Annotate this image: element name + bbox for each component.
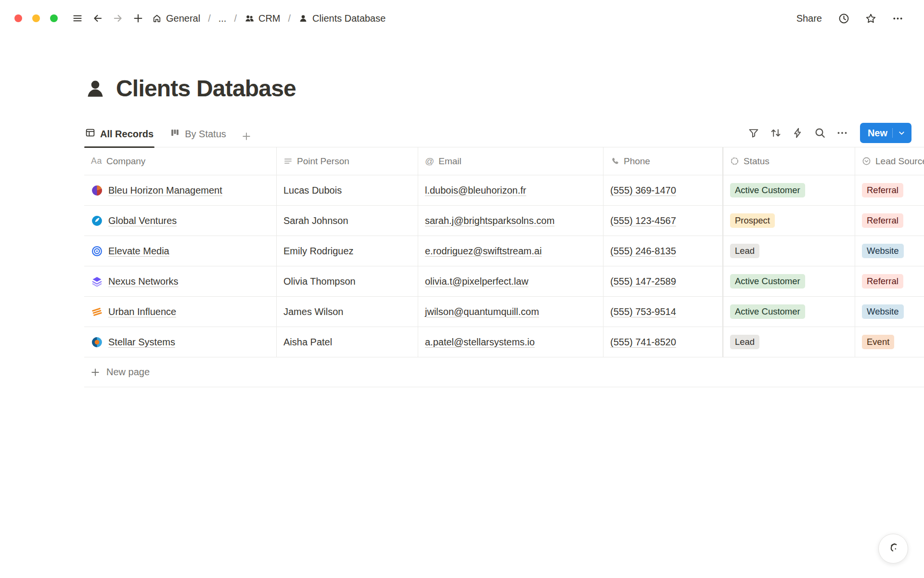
- filter-icon[interactable]: [744, 125, 763, 141]
- phone-cell[interactable]: (555) 369-1470: [603, 175, 723, 206]
- status-badge[interactable]: Active Customer: [730, 304, 805, 319]
- email-cell[interactable]: olivia.t@pixelperfect.law: [418, 266, 603, 297]
- column-header-status[interactable]: Status: [723, 147, 855, 175]
- breadcrumb-item-ellipsis[interactable]: ...: [217, 11, 229, 26]
- company-name-link[interactable]: Bleu Horizon Management: [108, 185, 222, 196]
- lead-source-badge[interactable]: Website: [862, 304, 904, 319]
- search-icon[interactable]: [811, 125, 829, 141]
- company-cell[interactable]: Nexus Networks: [84, 266, 277, 297]
- email-link[interactable]: e.rodriguez@swiftstream.ai: [425, 246, 542, 257]
- point-person-cell[interactable]: Olivia Thompson: [277, 266, 418, 297]
- status-badge[interactable]: Active Customer: [730, 183, 805, 197]
- status-cell[interactable]: Lead: [723, 236, 855, 266]
- tab-by-status[interactable]: By Status: [169, 128, 227, 147]
- point-person-cell[interactable]: James Wilson: [277, 297, 418, 327]
- page-title[interactable]: Clients Database: [116, 75, 296, 102]
- table-row[interactable]: Elevate Media Emily Rodriguez e.rodrigue…: [84, 236, 924, 266]
- share-button[interactable]: Share: [792, 10, 827, 27]
- breadcrumb-item-clients-database[interactable]: Clients Database: [296, 11, 387, 26]
- status-badge[interactable]: Lead: [730, 244, 759, 258]
- zoom-window-button[interactable]: [50, 14, 58, 22]
- phone-link[interactable]: (555) 123-4567: [610, 215, 676, 226]
- phone-cell[interactable]: (555) 741-8520: [603, 327, 723, 357]
- back-icon[interactable]: [88, 8, 108, 28]
- breadcrumb-item-crm[interactable]: CRM: [243, 11, 282, 26]
- column-header-phone[interactable]: Phone: [603, 147, 723, 175]
- email-link[interactable]: a.patel@stellarsystems.io: [425, 337, 535, 348]
- company-cell[interactable]: Bleu Horizon Management: [84, 175, 277, 206]
- point-person-cell[interactable]: Sarah Johnson: [277, 206, 418, 236]
- sort-icon[interactable]: [767, 125, 785, 141]
- more-icon[interactable]: [833, 125, 851, 141]
- favorite-star-icon[interactable]: [860, 8, 881, 28]
- lead-source-badge[interactable]: Referral: [862, 274, 903, 289]
- lead-source-cell[interactable]: Referral: [855, 175, 924, 206]
- email-cell[interactable]: jwilson@quantumquill.com: [418, 297, 603, 327]
- status-cell[interactable]: Active Customer: [723, 297, 855, 327]
- company-name-link[interactable]: Nexus Networks: [108, 276, 179, 287]
- email-link[interactable]: sarah.j@brightsparksolns.com: [425, 215, 554, 226]
- email-link[interactable]: jwilson@quantumquill.com: [425, 306, 539, 317]
- phone-link[interactable]: (555) 741-8520: [610, 337, 676, 348]
- company-name-link[interactable]: Elevate Media: [108, 246, 169, 257]
- close-window-button[interactable]: [14, 14, 22, 22]
- column-header-company[interactable]: Aa Company: [84, 147, 277, 175]
- breadcrumb-item-general[interactable]: General: [150, 11, 202, 26]
- lead-source-cell[interactable]: Website: [855, 236, 924, 266]
- status-badge[interactable]: Lead: [730, 335, 759, 349]
- status-cell[interactable]: Prospect: [723, 206, 855, 236]
- forward-icon[interactable]: [108, 8, 128, 28]
- status-cell[interactable]: Lead: [723, 327, 855, 357]
- email-cell[interactable]: sarah.j@brightsparksolns.com: [418, 206, 603, 236]
- column-header-email[interactable]: @ Email: [418, 147, 603, 175]
- phone-cell[interactable]: (555) 123-4567: [603, 206, 723, 236]
- company-name-link[interactable]: Global Ventures: [108, 215, 177, 226]
- chevron-down-icon[interactable]: [898, 129, 906, 137]
- status-badge[interactable]: Prospect: [730, 213, 775, 228]
- table-row[interactable]: Nexus Networks Olivia Thompson olivia.t@…: [84, 266, 924, 297]
- point-person-cell[interactable]: Aisha Patel: [277, 327, 418, 357]
- status-cell[interactable]: Active Customer: [723, 266, 855, 297]
- table-row[interactable]: Global Ventures Sarah Johnson sarah.j@br…: [84, 206, 924, 236]
- lead-source-cell[interactable]: Event: [855, 327, 924, 357]
- company-cell[interactable]: Stellar Systems: [84, 327, 277, 357]
- phone-cell[interactable]: (555) 246-8135: [603, 236, 723, 266]
- table-row[interactable]: Stellar Systems Aisha Patel a.patel@stel…: [84, 327, 924, 357]
- lead-source-badge[interactable]: Referral: [862, 183, 903, 197]
- point-person-cell[interactable]: Lucas Dubois: [277, 175, 418, 206]
- company-name-link[interactable]: Urban Influence: [108, 306, 176, 317]
- new-tab-icon[interactable]: [128, 8, 148, 28]
- help-button[interactable]: [878, 534, 908, 564]
- lead-source-cell[interactable]: Referral: [855, 206, 924, 236]
- lead-source-badge[interactable]: Referral: [862, 213, 903, 228]
- column-header-lead-source[interactable]: Lead Source: [855, 147, 924, 175]
- point-person-cell[interactable]: Emily Rodriguez: [277, 236, 418, 266]
- new-page-row[interactable]: New page: [84, 357, 924, 387]
- status-cell[interactable]: Active Customer: [723, 175, 855, 206]
- lead-source-badge[interactable]: Website: [862, 244, 904, 258]
- email-cell[interactable]: a.patel@stellarsystems.io: [418, 327, 603, 357]
- email-link[interactable]: olivia.t@pixelperfect.law: [425, 276, 528, 287]
- phone-link[interactable]: (555) 246-8135: [610, 246, 676, 257]
- phone-cell[interactable]: (555) 147-2589: [603, 266, 723, 297]
- email-link[interactable]: l.dubois@bleuhorizon.fr: [425, 185, 526, 196]
- column-header-point-person[interactable]: Point Person: [277, 147, 418, 175]
- table-row[interactable]: Bleu Horizon Management Lucas Dubois l.d…: [84, 175, 924, 206]
- company-cell[interactable]: Elevate Media: [84, 236, 277, 266]
- table-row[interactable]: Urban Influence James Wilson jwilson@qua…: [84, 297, 924, 327]
- phone-cell[interactable]: (555) 753-9514: [603, 297, 723, 327]
- company-name-link[interactable]: Stellar Systems: [108, 337, 175, 348]
- person-icon[interactable]: [84, 78, 106, 100]
- phone-link[interactable]: (555) 147-2589: [610, 276, 676, 287]
- status-badge[interactable]: Active Customer: [730, 274, 805, 289]
- menu-icon[interactable]: [67, 8, 88, 28]
- phone-link[interactable]: (555) 753-9514: [610, 306, 676, 317]
- phone-link[interactable]: (555) 369-1470: [610, 185, 676, 196]
- lightning-icon[interactable]: [789, 125, 807, 141]
- email-cell[interactable]: e.rodriguez@swiftstream.ai: [418, 236, 603, 266]
- history-clock-icon[interactable]: [834, 8, 854, 28]
- lead-source-badge[interactable]: Event: [862, 335, 894, 349]
- lead-source-cell[interactable]: Referral: [855, 266, 924, 297]
- email-cell[interactable]: l.dubois@bleuhorizon.fr: [418, 175, 603, 206]
- company-cell[interactable]: Global Ventures: [84, 206, 277, 236]
